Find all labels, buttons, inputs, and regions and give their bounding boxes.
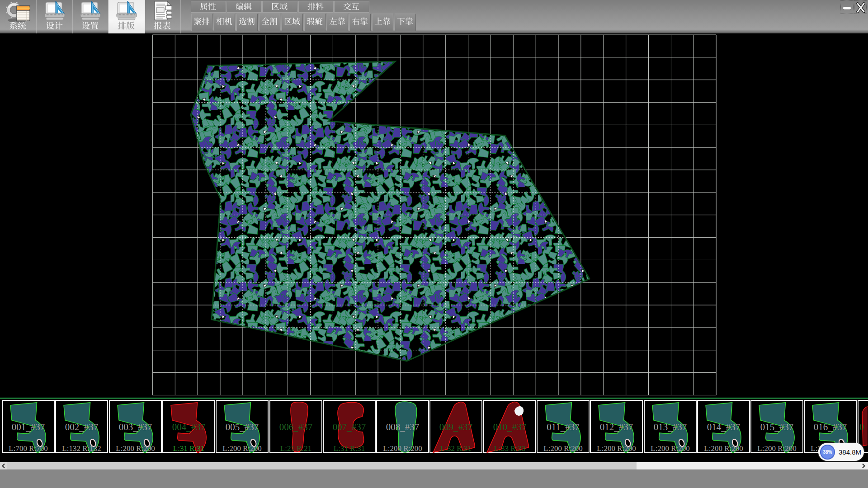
svg-text:0: 0 [859,422,864,432]
